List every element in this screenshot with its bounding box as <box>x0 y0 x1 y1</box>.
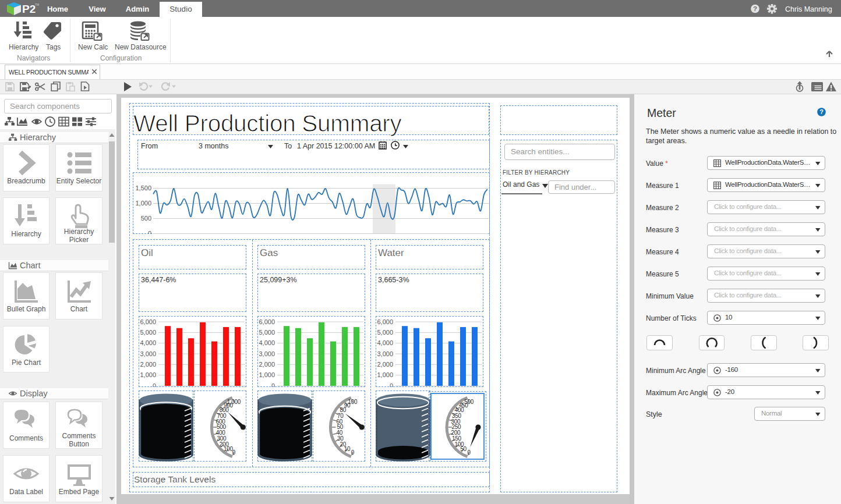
svg-text:30: 30 <box>337 435 344 442</box>
svg-text:20: 20 <box>340 441 346 448</box>
svg-text:1,000: 1,000 <box>377 371 393 378</box>
svg-text:5,000: 5,000 <box>140 329 156 336</box>
svg-text:4,000: 4,000 <box>140 339 156 346</box>
svg-text:200: 200 <box>451 430 461 436</box>
svg-text:500: 500 <box>217 424 227 430</box>
svg-text:2,000: 2,000 <box>377 361 393 368</box>
svg-text:500: 500 <box>464 399 474 405</box>
svg-text:300: 300 <box>451 418 461 425</box>
svg-text:3,000: 3,000 <box>377 350 393 357</box>
svg-text:1,000: 1,000 <box>227 399 241 405</box>
svg-text:50: 50 <box>337 424 343 430</box>
svg-text:2,000: 2,000 <box>259 361 275 368</box>
svg-text:70: 70 <box>337 413 344 419</box>
svg-text:40: 40 <box>336 430 342 436</box>
svg-text:1,000: 1,000 <box>135 200 151 207</box>
svg-text:6,000: 6,000 <box>377 318 393 325</box>
svg-text:100: 100 <box>455 441 465 448</box>
svg-text:?: ? <box>753 5 757 12</box>
svg-text:1,500: 1,500 <box>135 184 151 191</box>
svg-text:?: ? <box>819 108 824 115</box>
svg-text:0: 0 <box>351 449 354 456</box>
svg-text:1,000: 1,000 <box>259 371 275 378</box>
svg-text:150: 150 <box>452 435 462 442</box>
svg-text:3,000: 3,000 <box>259 350 275 357</box>
svg-text:0: 0 <box>390 382 393 387</box>
svg-text:500: 500 <box>141 215 151 222</box>
svg-text:200: 200 <box>220 441 229 448</box>
svg-text:600: 600 <box>216 418 226 425</box>
svg-text:350: 350 <box>452 413 462 419</box>
svg-text:700: 700 <box>217 413 227 419</box>
svg-text:3,000: 3,000 <box>140 350 156 357</box>
svg-text:2,000: 2,000 <box>140 361 156 368</box>
svg-text:60: 60 <box>336 418 342 425</box>
svg-text:250: 250 <box>452 424 462 430</box>
svg-text:0: 0 <box>271 382 275 387</box>
svg-text:300: 300 <box>217 435 227 442</box>
svg-text:4,000: 4,000 <box>377 339 393 346</box>
svg-text:1,000: 1,000 <box>140 371 156 378</box>
svg-text:0: 0 <box>153 382 156 387</box>
svg-text:0: 0 <box>467 449 471 456</box>
svg-text:5,000: 5,000 <box>259 329 275 336</box>
svg-text:6,000: 6,000 <box>259 318 275 325</box>
svg-text:100: 100 <box>348 399 358 405</box>
svg-text:0: 0 <box>148 230 151 234</box>
svg-text:4,000: 4,000 <box>259 339 275 346</box>
svg-text:5,000: 5,000 <box>377 329 393 336</box>
svg-text:6,000: 6,000 <box>140 318 156 325</box>
svg-text:P2: P2 <box>22 3 36 15</box>
svg-text:400: 400 <box>216 430 226 436</box>
